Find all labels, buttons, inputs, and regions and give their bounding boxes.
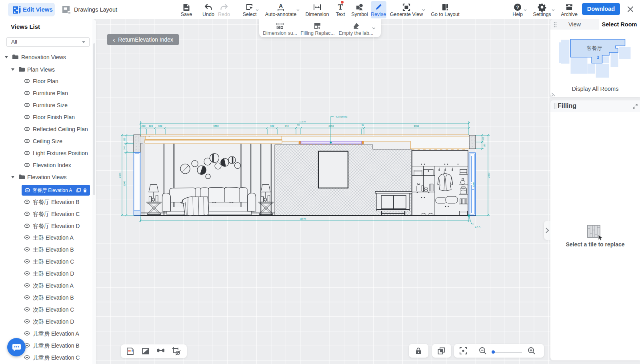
svg-text:A: A <box>279 3 283 9</box>
svg-text:客餐厅: 客餐厅 <box>587 45 602 51</box>
svg-text:?: ? <box>516 5 519 10</box>
svg-text:T: T <box>338 3 343 11</box>
